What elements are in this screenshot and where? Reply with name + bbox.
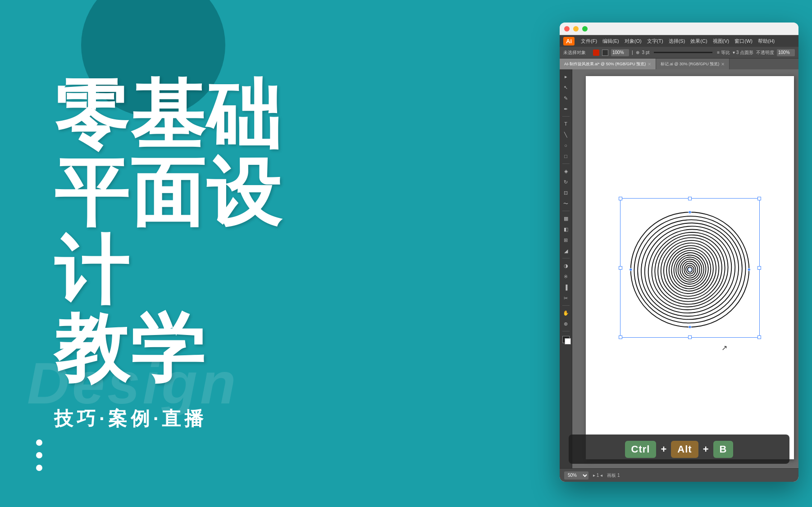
workspace: ↗: [572, 69, 798, 468]
menu-edit[interactable]: 编辑(E): [600, 38, 622, 45]
tool-pen[interactable]: ✎: [561, 94, 570, 103]
tool-paint[interactable]: ◈: [561, 167, 570, 176]
tab-spiral-label: AI-制作旋风效果.ai* @ 50% (RGB/GPU 预览): [564, 61, 646, 67]
tool-warp[interactable]: 〜: [561, 199, 570, 208]
zoom-select[interactable]: 50% 100% 200%: [564, 471, 588, 480]
zoom-input[interactable]: [611, 49, 629, 56]
sep1: |: [632, 50, 633, 55]
status-bar: 50% 100% 200% ▸ 1 ◂ 画板 1: [560, 468, 798, 482]
maximize-button[interactable]: [582, 26, 588, 32]
menu-select[interactable]: 选择(S): [666, 38, 688, 45]
stroke-box[interactable]: [565, 338, 571, 344]
tool-zoom[interactable]: ⊕: [561, 319, 570, 328]
tool-eyedrop[interactable]: ◢: [561, 246, 570, 255]
separator-5: [562, 305, 570, 306]
tab-mark[interactable]: 标记.ai @ 30% (RGB/GPU 预览) ✕: [656, 59, 730, 69]
left-panel: 零基础 平面设计 教学 技巧·案例·直播: [27, 0, 360, 507]
handle-bl[interactable]: [619, 335, 622, 339]
menu-help[interactable]: 帮助(H): [755, 38, 777, 45]
watermark-text: Design: [27, 349, 238, 417]
handle-mr[interactable]: [757, 266, 761, 270]
artboard-label: 画板 1: [607, 472, 620, 479]
color-tools: [562, 336, 570, 343]
handle-tr[interactable]: [757, 197, 761, 200]
plus-1: +: [661, 444, 666, 455]
tool-hand[interactable]: ✋: [561, 308, 570, 317]
tool-symbol[interactable]: ※: [561, 272, 570, 281]
separator-4: [562, 258, 570, 258]
separator-3: [562, 211, 570, 211]
separator-6: [562, 331, 570, 331]
title-line2: 平面设计: [54, 154, 333, 310]
title-bar: [560, 23, 798, 35]
close-button[interactable]: [564, 26, 570, 32]
anchor-label: ⊕: [636, 50, 639, 55]
tool-rotate[interactable]: ↻: [561, 177, 570, 186]
tool-graph[interactable]: ▦: [561, 214, 570, 223]
separator-2: [562, 163, 570, 164]
dots-decoration: [36, 439, 42, 471]
dot-3: [36, 465, 42, 471]
tool-shape2[interactable]: □: [561, 152, 570, 161]
tool-direct[interactable]: ↖: [561, 83, 570, 92]
tab-spiral[interactable]: AI-制作旋风效果.ai* @ 50% (RGB/GPU 预览) ✕: [560, 59, 656, 69]
status-info: ▸ 1 ◂: [593, 473, 602, 478]
title-line1: 零基础: [54, 76, 333, 154]
key-b: B: [713, 441, 734, 458]
tool-select[interactable]: ▸: [561, 72, 570, 81]
tool-scissors[interactable]: ✂: [561, 294, 570, 303]
menu-window[interactable]: 窗口(W): [732, 38, 755, 45]
tab-bar: AI-制作旋风效果.ai* @ 50% (RGB/GPU 预览) ✕ 标记.ai…: [560, 59, 798, 69]
opacity-label: 不透明度: [756, 50, 774, 56]
ratio-label: ≡ 等比: [717, 50, 730, 56]
handle-ml[interactable]: [619, 266, 622, 270]
tool-blend[interactable]: ◑: [561, 261, 570, 270]
dot-2: [36, 452, 42, 458]
tool-line[interactable]: ╲: [561, 130, 570, 139]
stroke-label: 3 pt: [642, 50, 650, 55]
tool-brush[interactable]: ✒: [561, 104, 570, 113]
tool-column[interactable]: ▐: [561, 283, 570, 292]
handle-br[interactable]: [757, 335, 761, 339]
fill-color[interactable]: [602, 50, 608, 56]
dot-1: [36, 439, 42, 446]
tool-shape[interactable]: ○: [561, 141, 570, 150]
plus-2: +: [703, 444, 709, 455]
menu-bar: Ai 文件(F) 编辑(E) 对象(O) 文字(T) 选择(S) 效果(C) 视…: [560, 35, 798, 47]
key-alt: Alt: [671, 441, 698, 458]
artboard: ↗: [586, 76, 794, 459]
point-label: ▾ 3 点圆形: [733, 50, 753, 56]
cursor: ↗: [721, 344, 727, 352]
menu-text[interactable]: 文字(T): [644, 38, 666, 45]
handle-tl[interactable]: [619, 197, 622, 200]
handle-tc[interactable]: [688, 197, 692, 200]
stroke-color[interactable]: [593, 50, 599, 56]
no-selection-label: 未选择对象: [563, 50, 586, 56]
menu-effect[interactable]: 效果(C): [688, 38, 710, 45]
options-bar: 未选择对象 | ⊕ 3 pt ≡ 等比 ▾ 3 点圆形 不透明度: [560, 47, 798, 59]
tool-mesh[interactable]: ⊞: [561, 235, 570, 244]
canvas-area: ▸ ↖ ✎ ✒ T ╲ ○ □ ◈ ↻ ⊡ 〜 ▦ ◧ ⊞ ◢ ◑ ※ ▐ ✂ …: [560, 69, 798, 468]
main-title: 零基础 平面设计 教学: [54, 76, 333, 388]
handle-bc[interactable]: [688, 335, 692, 339]
tab-close-2[interactable]: ✕: [721, 62, 725, 67]
illustrator-window: Ai 文件(F) 编辑(E) 对象(O) 文字(T) 选择(S) 效果(C) 视…: [560, 23, 798, 482]
tab-mark-label: 标记.ai @ 30% (RGB/GPU 预览): [661, 61, 719, 67]
stroke-preview: [654, 52, 712, 53]
menu-view[interactable]: 视图(V): [710, 38, 732, 45]
selection-box: [620, 198, 760, 338]
tool-scale[interactable]: ⊡: [561, 188, 570, 197]
tool-type[interactable]: T: [561, 119, 570, 128]
fill-box[interactable]: [562, 336, 570, 343]
separator-1: [562, 116, 570, 117]
tab-close-1[interactable]: ✕: [648, 62, 651, 67]
opacity-input[interactable]: [777, 49, 795, 56]
keyboard-overlay: Ctrl + Alt + B: [569, 435, 789, 464]
toolbar: ▸ ↖ ✎ ✒ T ╲ ○ □ ◈ ↻ ⊡ 〜 ▦ ◧ ⊞ ◢ ◑ ※ ▐ ✂ …: [560, 69, 572, 468]
ai-logo: Ai: [563, 37, 575, 45]
key-ctrl: Ctrl: [625, 441, 657, 458]
menu-object[interactable]: 对象(O): [622, 38, 644, 45]
minimize-button[interactable]: [573, 26, 579, 32]
tool-gradient[interactable]: ◧: [561, 225, 570, 234]
menu-file[interactable]: 文件(F): [578, 38, 600, 45]
